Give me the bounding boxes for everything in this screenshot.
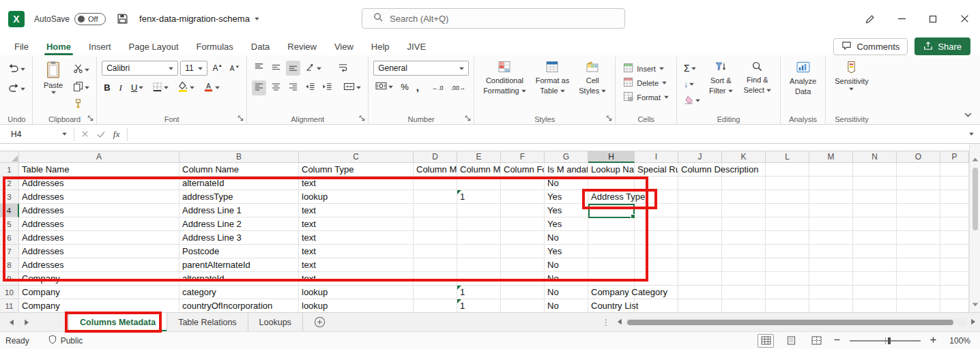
paste-button[interactable]: Paste: [38, 59, 69, 95]
row-header-11[interactable]: 11: [0, 299, 19, 312]
cell-L1[interactable]: [766, 163, 809, 177]
cell-P3[interactable]: [940, 190, 969, 204]
cell-K4[interactable]: [722, 204, 766, 217]
cell-O7[interactable]: [897, 245, 940, 258]
cell-L5[interactable]: [766, 217, 809, 231]
cell-L7[interactable]: [766, 245, 809, 258]
cell-M10[interactable]: [809, 286, 853, 299]
column-header-A[interactable]: A: [19, 151, 179, 163]
cell-K5[interactable]: [722, 217, 766, 231]
cell-M7[interactable]: [809, 245, 853, 258]
tab-home[interactable]: Home: [38, 37, 80, 55]
maximize-button[interactable]: [917, 0, 949, 37]
cell-D5[interactable]: [414, 217, 457, 231]
sensitivity-button[interactable]: Sensitivity: [831, 59, 873, 92]
cell-H7[interactable]: [588, 245, 635, 258]
cell-L10[interactable]: [766, 286, 809, 299]
cell-O11[interactable]: [897, 299, 940, 312]
page-layout-view-button[interactable]: [783, 334, 799, 348]
excel-logo-icon[interactable]: X: [8, 11, 25, 27]
sheet-tab-lookups[interactable]: Lookups: [248, 313, 303, 331]
cell-H10[interactable]: Company Category: [588, 286, 635, 299]
cell-L11[interactable]: [766, 299, 809, 312]
cell-M8[interactable]: [809, 258, 853, 272]
cell-M6[interactable]: [809, 231, 853, 245]
number-dialog-launcher[interactable]: [463, 114, 472, 122]
cell-C11[interactable]: lookup: [299, 299, 414, 312]
cell-O5[interactable]: [897, 217, 940, 231]
cell-M3[interactable]: [809, 190, 853, 204]
cell-J5[interactable]: [678, 217, 722, 231]
cell-D7[interactable]: [414, 245, 457, 258]
align-center-button[interactable]: [269, 80, 283, 95]
cell-F1[interactable]: Column Fo: [501, 163, 545, 177]
cell-I5[interactable]: [635, 217, 678, 231]
fill-color-button[interactable]: [175, 80, 197, 95]
comments-button[interactable]: Comments: [833, 38, 908, 55]
tab-insert[interactable]: Insert: [80, 37, 120, 55]
autosum-button[interactable]: Σ: [682, 61, 702, 75]
tab-view[interactable]: View: [326, 37, 362, 55]
scroll-down-icon[interactable]: [972, 299, 979, 309]
cell-P10[interactable]: [940, 286, 969, 299]
row-header-6[interactable]: 6: [0, 231, 19, 245]
column-header-K[interactable]: K: [722, 151, 766, 163]
row-header-1[interactable]: 1: [0, 163, 19, 177]
cell-M11[interactable]: [809, 299, 853, 312]
accounting-format-button[interactable]: [373, 80, 395, 94]
cell-P1[interactable]: [940, 163, 969, 177]
wrap-text-button[interactable]: [336, 61, 350, 76]
column-header-E[interactable]: E: [457, 151, 501, 163]
cell-A7[interactable]: Addresses: [19, 245, 179, 258]
save-icon[interactable]: [117, 13, 128, 25]
cell-H6[interactable]: [588, 231, 635, 245]
merge-center-button[interactable]: [341, 80, 363, 95]
cell-B5[interactable]: Address Line 2: [179, 217, 299, 231]
sheet-nav-left-icon[interactable]: [4, 319, 19, 326]
confirm-entry-icon[interactable]: [93, 131, 109, 138]
cell-E2[interactable]: [457, 177, 501, 190]
tab-help[interactable]: Help: [362, 37, 399, 55]
cell-G6[interactable]: No: [545, 231, 588, 245]
cell-M5[interactable]: [809, 217, 853, 231]
cell-B7[interactable]: Postcode: [179, 245, 299, 258]
cell-J11[interactable]: [678, 299, 722, 312]
column-header-H[interactable]: H: [588, 151, 635, 163]
cell-B3[interactable]: addressType: [179, 190, 299, 204]
insert-cells-button[interactable]: Insert: [620, 62, 672, 75]
cell-G11[interactable]: No: [545, 299, 588, 312]
cell-D10[interactable]: [414, 286, 457, 299]
column-header-G[interactable]: G: [545, 151, 588, 163]
cancel-entry-icon[interactable]: [77, 130, 93, 138]
minimize-button[interactable]: [886, 0, 917, 37]
formula-input[interactable]: [130, 125, 962, 143]
cell-L3[interactable]: [766, 190, 809, 204]
horizontal-scroll-thumb[interactable]: [627, 320, 953, 325]
autosave-toggle[interactable]: Off: [74, 13, 106, 25]
cell-P6[interactable]: [940, 231, 969, 245]
cell-C4[interactable]: text: [299, 204, 414, 217]
zoom-out-button[interactable]: [833, 336, 841, 346]
comma-style-button[interactable]: ,: [414, 80, 421, 94]
column-header-C[interactable]: C: [299, 151, 414, 163]
cell-B11[interactable]: countryOfIncorporation: [179, 299, 299, 312]
cell-E7[interactable]: [457, 245, 501, 258]
cell-O9[interactable]: [897, 272, 940, 286]
cell-I11[interactable]: [635, 299, 678, 312]
horizontal-scroll-track[interactable]: [626, 318, 967, 326]
redo-button[interactable]: [6, 82, 27, 96]
cell-C2[interactable]: text: [299, 177, 414, 190]
vertical-scroll-thumb[interactable]: [972, 168, 978, 230]
cell-D9[interactable]: [414, 272, 457, 286]
align-top-button[interactable]: [252, 61, 266, 76]
cell-M1[interactable]: [809, 163, 853, 177]
cell-F10[interactable]: [501, 286, 545, 299]
cell-E3[interactable]: 1: [457, 190, 501, 204]
pen-icon[interactable]: [854, 0, 886, 37]
format-cells-button[interactable]: Format: [620, 91, 672, 104]
cell-B9[interactable]: alternateId: [179, 272, 299, 286]
cell-A2[interactable]: Addresses: [19, 177, 179, 190]
row-header-10[interactable]: 10: [0, 286, 19, 299]
cell-M4[interactable]: [809, 204, 853, 217]
undo-button[interactable]: [6, 62, 27, 76]
